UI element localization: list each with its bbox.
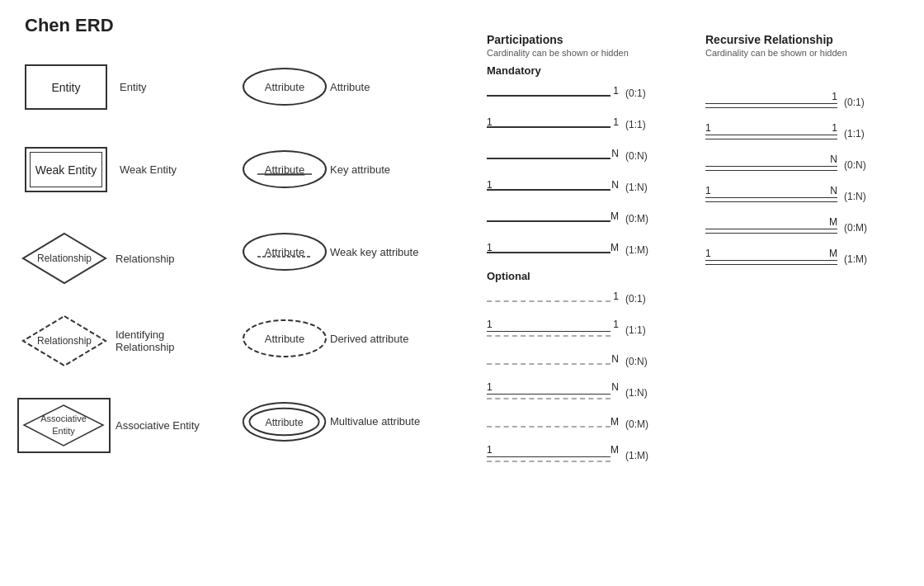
optional-0-m: M (0:M) bbox=[487, 413, 693, 436]
multivalue-attribute-row: Attribute Multivalue attribute bbox=[239, 399, 437, 444]
mandatory-0-n: N (0:N) bbox=[487, 144, 693, 168]
entity-row: Entity Entity bbox=[21, 64, 227, 110]
optional-1-1: 1 1 (1:1) bbox=[487, 319, 693, 342]
derived-attribute-label: Derived attribute bbox=[330, 333, 437, 345]
derived-attribute-row: Attribute Derived attribute bbox=[239, 316, 437, 362]
attribute-label: Attribute bbox=[330, 81, 437, 93]
multivalue-attribute-ellipse: Attribute bbox=[239, 399, 330, 444]
key-attribute-ellipse: Attribute bbox=[239, 147, 330, 192]
weak-key-attribute-ellipse: Attribute bbox=[239, 229, 330, 275]
derived-attribute-ellipse: Attribute bbox=[239, 316, 330, 362]
svg-text:Associative: Associative bbox=[40, 414, 87, 423]
relationship-shape: Relationship bbox=[16, 229, 111, 287]
participations-subtitle: Cardinality can be shown or hidden bbox=[487, 48, 693, 58]
optional-1-n: 1 N (1:N) bbox=[487, 381, 693, 404]
participations-section: Participations Cardinality can be shown … bbox=[487, 33, 693, 475]
weak-entity-row: Weak Entity Weak Entity bbox=[21, 147, 227, 192]
associative-entity-row: Associative Entity Associative Entity bbox=[16, 395, 223, 456]
svg-text:Relationship: Relationship bbox=[36, 335, 91, 347]
svg-text:Entity: Entity bbox=[52, 426, 75, 436]
weak-key-attribute-row: Attribute Weak key attribute bbox=[239, 229, 437, 275]
svg-text:Attribute: Attribute bbox=[265, 333, 304, 345]
relationship-label: Relationship bbox=[116, 253, 223, 265]
mandatory-label: Mandatory bbox=[487, 64, 693, 77]
recursive-section: Recursive Relationship Cardinality can b… bbox=[705, 33, 912, 279]
key-attribute-row: Attribute Key attribute bbox=[239, 147, 437, 192]
recursive-0-n: N (0:N) bbox=[705, 154, 912, 177]
participations-title: Participations bbox=[487, 33, 693, 46]
weak-entity-label: Weak Entity bbox=[120, 163, 227, 176]
optional-0-1: 1 (0:1) bbox=[487, 287, 693, 310]
recursive-1-n: 1 N (1:N) bbox=[705, 185, 912, 208]
mandatory-1-m: 1 M (1:M) bbox=[487, 239, 693, 262]
identifying-relationship-label: Identifying Relationship bbox=[116, 328, 223, 353]
weak-entity-shape: Weak Entity bbox=[21, 147, 111, 192]
mandatory-0-m: M (0:M) bbox=[487, 207, 693, 230]
svg-text:Relationship: Relationship bbox=[36, 253, 91, 264]
key-attribute-label: Key attribute bbox=[330, 163, 437, 176]
relationship-row: Relationship Relationship bbox=[16, 229, 223, 287]
mandatory-0-1: 1 (0:1) bbox=[487, 82, 693, 105]
page-title: Chen ERD bbox=[25, 15, 114, 36]
recursive-1-1: 1 1 (1:1) bbox=[705, 122, 912, 145]
svg-text:Attribute: Attribute bbox=[265, 246, 304, 258]
attribute-row: Attribute Attribute bbox=[239, 64, 437, 110]
optional-1-m: 1 M (1:M) bbox=[487, 444, 693, 467]
associative-entity-shape: Associative Entity bbox=[16, 395, 111, 456]
associative-entity-label: Associative Entity bbox=[116, 419, 223, 432]
identifying-relationship-row: Relationship Identifying Relationship bbox=[16, 312, 223, 370]
identifying-relationship-shape: Relationship bbox=[16, 312, 111, 370]
optional-label: Optional bbox=[487, 270, 693, 282]
attribute-ellipse: Attribute bbox=[239, 64, 330, 110]
svg-text:Attribute: Attribute bbox=[265, 416, 303, 428]
svg-text:Attribute: Attribute bbox=[265, 81, 304, 93]
weak-key-attribute-label: Weak key attribute bbox=[330, 246, 437, 258]
mandatory-1-1: 1 1 (1:1) bbox=[487, 113, 693, 136]
recursive-0-1: 1 (0:1) bbox=[705, 91, 912, 114]
mandatory-1-n: 1 N (1:N) bbox=[487, 176, 693, 199]
entity-label: Entity bbox=[120, 81, 227, 93]
multivalue-attribute-label: Multivalue attribute bbox=[330, 415, 437, 428]
recursive-subtitle: Cardinality can be shown or hidden bbox=[705, 48, 912, 58]
entity-rect: Entity bbox=[25, 64, 107, 110]
recursive-1-m: 1 M (1:M) bbox=[705, 248, 912, 271]
weak-entity-rect: Weak Entity bbox=[25, 147, 107, 192]
recursive-0-m: M (0:M) bbox=[705, 216, 912, 239]
recursive-title: Recursive Relationship bbox=[705, 33, 912, 46]
optional-0-n: N (0:N) bbox=[487, 350, 693, 373]
entity-shape: Entity bbox=[21, 64, 111, 110]
